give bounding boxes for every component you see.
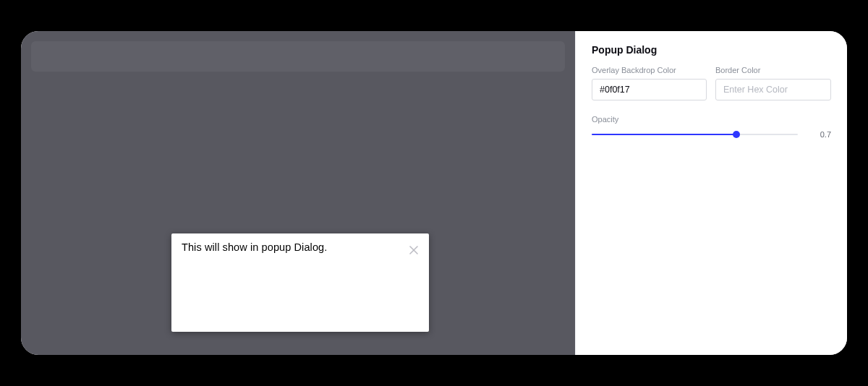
sidebar-title: Popup Dialog	[592, 44, 831, 56]
backdrop-color-input[interactable]	[592, 80, 707, 100]
field-opacity: Opacity 0.7	[592, 115, 831, 140]
app-frame: This will show in popup Dialog. Popup Di…	[21, 31, 847, 355]
border-color-input-group	[715, 79, 831, 100]
backdrop-color-input-group	[592, 79, 707, 100]
field-label-border: Border Color	[715, 66, 831, 74]
opacity-value-label: 0.7	[811, 130, 831, 139]
close-icon[interactable]	[409, 245, 419, 255]
preview-top-placeholder	[31, 41, 565, 72]
field-label-backdrop: Overlay Backdrop Color	[592, 66, 707, 74]
popup-dialog: This will show in popup Dialog.	[171, 233, 429, 332]
popup-dialog-text: This will show in popup Dialog.	[182, 241, 327, 253]
slider-thumb[interactable]	[733, 131, 740, 138]
slider-fill	[592, 134, 736, 135]
field-backdrop-color: Overlay Backdrop Color	[592, 66, 707, 100]
preview-pane: This will show in popup Dialog.	[21, 31, 575, 355]
properties-sidebar: Popup Dialog Overlay Backdrop Color Bord…	[575, 31, 847, 355]
opacity-slider[interactable]	[592, 129, 798, 140]
field-border-color: Border Color	[715, 66, 831, 100]
border-color-input[interactable]	[716, 80, 831, 100]
field-label-opacity: Opacity	[592, 115, 831, 124]
